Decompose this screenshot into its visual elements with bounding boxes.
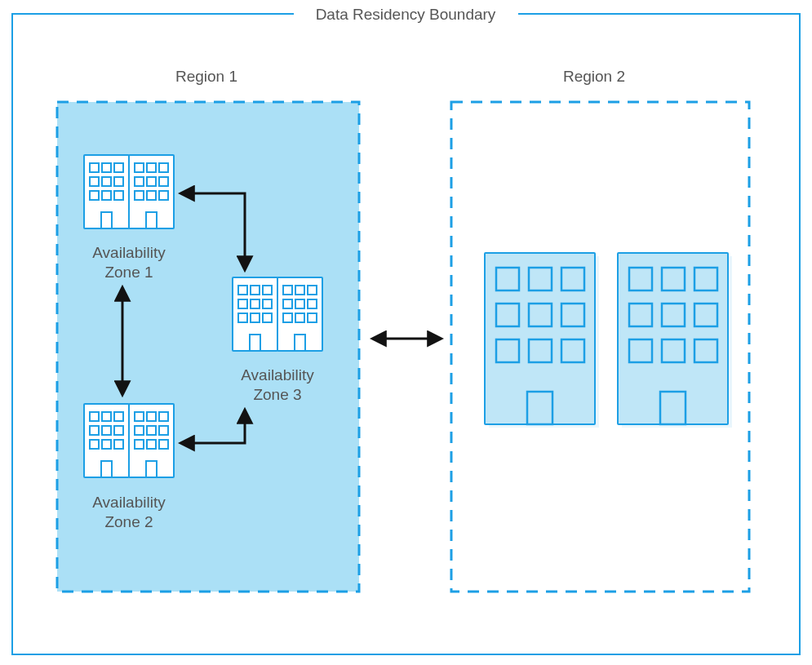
- boundary-title: Data Residency Boundary: [316, 6, 496, 23]
- region-1-label: Region 1: [175, 68, 237, 85]
- region-2-label: Region 2: [563, 68, 625, 85]
- zone-3-label-line2: Zone 3: [253, 386, 301, 403]
- architecture-diagram: Data Residency Boundary Region 1 Region …: [0, 0, 812, 665]
- region-2-datacenters: [485, 253, 732, 428]
- zone-2-label-line2: Zone 2: [104, 513, 153, 530]
- zone-1-label-line2: Zone 1: [104, 264, 153, 281]
- zone-3-label-line1: Availability: [241, 366, 314, 383]
- zone-2-label-line1: Availability: [92, 494, 166, 511]
- zone-1-label-line1: Availability: [92, 244, 166, 261]
